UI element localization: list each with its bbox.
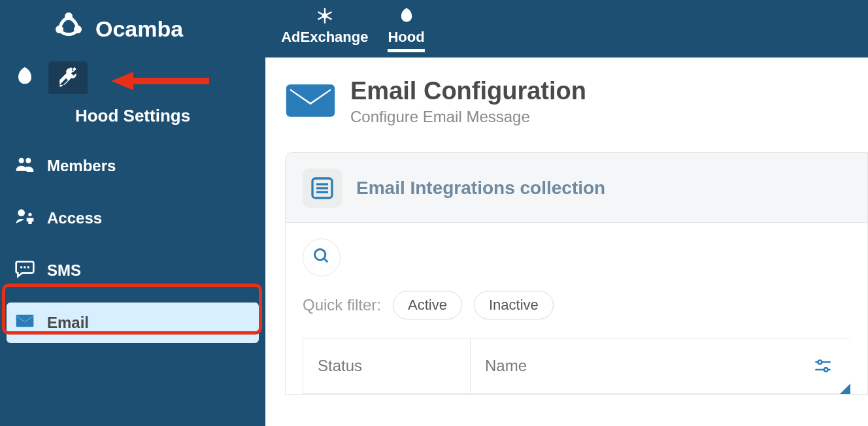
- sidebar-list: Members Access SMS Email: [0, 146, 265, 343]
- svg-point-23: [824, 368, 828, 372]
- hood-icon: [14, 65, 36, 90]
- page-subtitle: Configure Email Message: [350, 108, 586, 126]
- column-settings-icon[interactable]: [814, 358, 832, 376]
- filter-chip-inactive[interactable]: Inactive: [474, 291, 554, 320]
- sidebar-item-access[interactable]: Access: [7, 198, 259, 238]
- svg-point-6: [323, 14, 327, 18]
- sidebar-item-label: Access: [47, 209, 102, 227]
- brand-logo-icon: [52, 10, 85, 48]
- page-title: Email Configuration: [350, 77, 586, 105]
- topnav-item-adexchange[interactable]: AdExchange: [281, 7, 368, 51]
- svg-marker-8: [111, 72, 133, 90]
- email-icon: [13, 310, 37, 335]
- sms-icon: [13, 258, 37, 283]
- access-icon: [13, 206, 37, 231]
- panel-body: Quick filter: Active Inactive Status Nam…: [286, 222, 867, 394]
- brand[interactable]: Ocamba: [52, 10, 183, 48]
- svg-point-10: [28, 213, 31, 216]
- collection-panel: Email Integrations collection Quick filt…: [285, 152, 868, 395]
- quick-filter-label: Quick filter:: [303, 296, 381, 314]
- panel-title: Email Integrations collection: [356, 178, 605, 199]
- svg-point-21: [818, 360, 822, 364]
- sidebar-item-label: Email: [47, 314, 89, 332]
- topnav-label: Hood: [388, 29, 424, 46]
- table-header: Status Name: [303, 338, 850, 394]
- hood-icon: [397, 7, 416, 29]
- page-header: Email Configuration Configure Email Mess…: [285, 77, 868, 126]
- resize-corner-icon[interactable]: [840, 384, 850, 394]
- sidebar-tab-hood[interactable]: [5, 61, 44, 94]
- search-button[interactable]: [303, 238, 341, 276]
- column-header-status[interactable]: Status: [303, 338, 471, 393]
- topnav-item-hood[interactable]: Hood: [388, 7, 424, 51]
- sidebar-item-label: Members: [47, 157, 116, 175]
- panel-header: Email Integrations collection: [286, 169, 867, 222]
- sidebar-item-email[interactable]: Email: [7, 303, 259, 343]
- svg-point-11: [20, 266, 22, 268]
- sidebar-item-label: SMS: [47, 261, 81, 280]
- svg-line-19: [324, 259, 328, 263]
- topnav: AdExchange Hood: [281, 7, 424, 51]
- tools-icon: [57, 65, 79, 90]
- sidebar-tab-settings[interactable]: [48, 61, 88, 94]
- sidebar-title: Hood Settings: [0, 106, 265, 126]
- annotation-arrow-icon: [111, 69, 209, 93]
- svg-point-13: [27, 266, 29, 268]
- snowflake-icon: [315, 7, 335, 29]
- sidebar-item-members[interactable]: Members: [7, 146, 259, 186]
- sidebar: Hood Settings Members Access SMS: [0, 57, 265, 426]
- svg-point-18: [315, 250, 326, 260]
- column-header-name[interactable]: Name: [471, 357, 850, 375]
- list-icon: [303, 169, 342, 208]
- search-icon: [312, 247, 331, 268]
- members-icon: [13, 154, 37, 178]
- topbar: Ocamba AdExchange Hood: [0, 0, 868, 57]
- quick-filter-row: Quick filter: Active Inactive: [303, 291, 850, 320]
- filter-chip-active[interactable]: Active: [393, 291, 462, 320]
- main-content: Email Configuration Configure Email Mess…: [265, 57, 868, 426]
- topnav-label: AdExchange: [281, 29, 368, 46]
- brand-name: Ocamba: [95, 16, 183, 42]
- sidebar-item-sms[interactable]: SMS: [7, 250, 259, 291]
- svg-point-9: [18, 209, 25, 216]
- svg-point-12: [24, 266, 25, 268]
- email-icon: [285, 80, 336, 123]
